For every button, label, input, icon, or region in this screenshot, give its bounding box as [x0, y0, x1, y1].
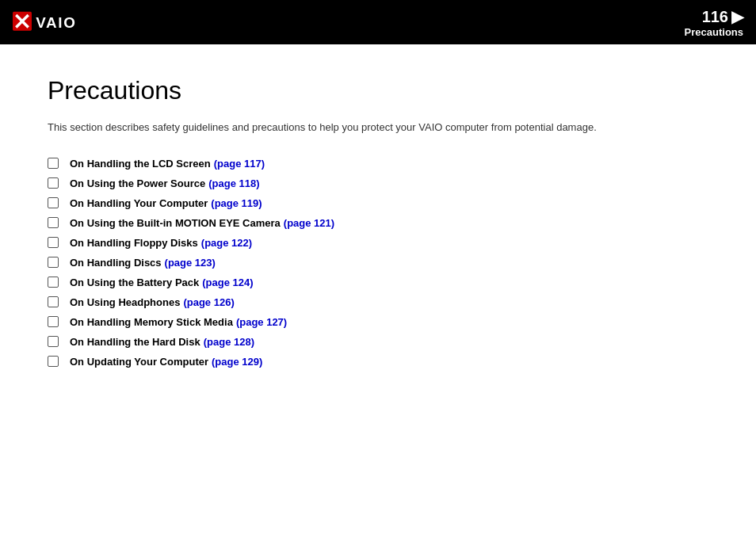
toc-item-text: On Using the Power Source [70, 177, 205, 189]
toc-item-link[interactable]: (page 121) [284, 217, 334, 229]
toc-item-text: On Using the Battery Pack [70, 277, 199, 288]
toc-item-text: On Handling the LCD Screen [70, 158, 211, 170]
toc-item-text: On Handling Discs [70, 257, 162, 269]
checkbox-icon [48, 197, 59, 208]
checkbox-icon [48, 217, 59, 228]
toc-item-link[interactable]: (page 123) [165, 257, 216, 269]
toc-item-link[interactable]: (page 118) [208, 177, 259, 189]
toc-item-text: On Using Headphones [70, 296, 180, 308]
toc-item-link[interactable]: (page 122) [201, 237, 252, 249]
list-item: On Using the Battery Pack (page 124) [48, 277, 708, 288]
list-item: On Handling Your Computer (page 119) [48, 197, 708, 209]
list-item: On Using the Power Source (page 118) [48, 177, 708, 189]
toc-list: On Handling the LCD Screen (page 117)On … [48, 158, 708, 368]
checkbox-icon [48, 158, 59, 169]
list-item: On Handling Memory Stick Media (page 127… [48, 316, 708, 328]
checkbox-icon [48, 316, 59, 327]
list-item: On Handling the LCD Screen (page 117) [48, 158, 708, 170]
toc-item-text: On Handling the Hard Disk [70, 336, 200, 348]
toc-item-link[interactable]: (page 126) [183, 296, 234, 308]
page-number: 116 ▶ [702, 7, 743, 26]
toc-item-link[interactable]: (page 117) [214, 158, 265, 170]
vaio-logo: VAIO [13, 10, 94, 34]
toc-item-link[interactable]: (page 127) [236, 316, 287, 328]
checkbox-icon [48, 237, 59, 248]
toc-item-link[interactable]: (page 129) [212, 356, 262, 368]
list-item: On Using Headphones (page 126) [48, 296, 708, 308]
checkbox-icon [48, 356, 59, 367]
list-item: On Updating Your Computer (page 129) [48, 356, 708, 368]
header-section-title: Precautions [685, 26, 743, 38]
intro-paragraph: This section describes safety guidelines… [48, 120, 708, 135]
checkbox-icon [48, 336, 59, 347]
list-item: On Using the Built-in MOTION EYE Camera … [48, 217, 708, 229]
checkbox-icon [48, 177, 59, 189]
checkbox-icon [48, 257, 59, 268]
header-right: 116 ▶ Precautions [685, 7, 743, 38]
toc-item-link[interactable]: (page 119) [211, 197, 262, 209]
toc-item-text: On Handling Floppy Disks [70, 237, 198, 249]
toc-item-link[interactable]: (page 128) [204, 336, 254, 348]
toc-item-text: On Using the Built-in MOTION EYE Camera [70, 217, 281, 229]
toc-item-text: On Handling Memory Stick Media [70, 316, 233, 328]
list-item: On Handling Floppy Disks (page 122) [48, 237, 708, 249]
header: VAIO 116 ▶ Precautions [0, 0, 756, 44]
arrow-icon: ▶ [731, 7, 743, 26]
toc-item-link[interactable]: (page 124) [202, 277, 253, 288]
checkbox-icon [48, 277, 59, 288]
list-item: On Handling the Hard Disk (page 128) [48, 336, 708, 348]
svg-text:VAIO: VAIO [36, 14, 77, 31]
page-title: Precautions [48, 76, 708, 105]
main-content: Precautions This section describes safet… [0, 44, 756, 407]
toc-item-text: On Updating Your Computer [70, 356, 208, 368]
checkbox-icon [48, 296, 59, 307]
list-item: On Handling Discs (page 123) [48, 257, 708, 269]
toc-item-text: On Handling Your Computer [70, 197, 208, 209]
